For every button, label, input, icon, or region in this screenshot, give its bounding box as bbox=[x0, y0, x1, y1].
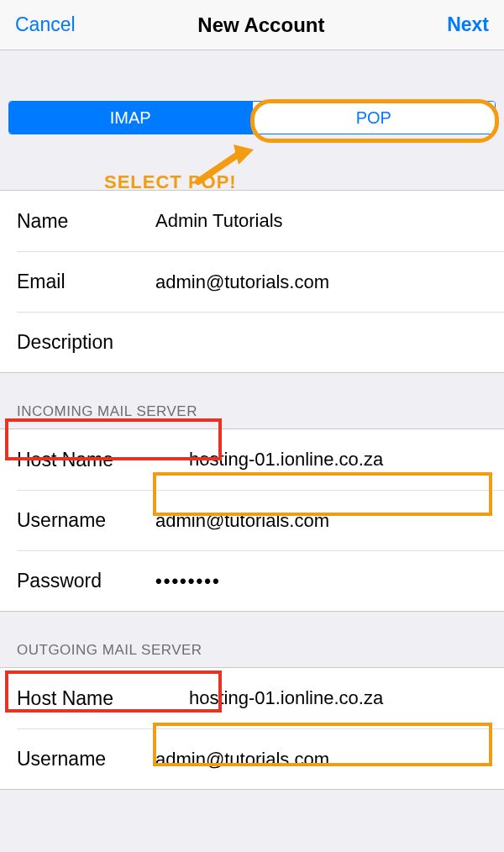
description-label: Description bbox=[17, 331, 113, 354]
next-button[interactable]: Next bbox=[447, 13, 489, 36]
email-row[interactable]: Email bbox=[17, 251, 504, 312]
incoming-host-input[interactable] bbox=[155, 449, 487, 471]
cancel-button[interactable]: Cancel bbox=[15, 13, 76, 36]
incoming-username-row[interactable]: Username bbox=[17, 490, 504, 550]
incoming-host-label: Host Name bbox=[17, 449, 155, 471]
name-row[interactable]: Name bbox=[0, 191, 504, 251]
outgoing-host-label: Host Name bbox=[17, 687, 155, 710]
incoming-host-row[interactable]: Host Name bbox=[0, 429, 504, 490]
outgoing-header: OUTGOING MAIL SERVER bbox=[0, 612, 504, 667]
name-input[interactable] bbox=[155, 210, 487, 232]
outgoing-group: Host Name Username bbox=[0, 667, 504, 790]
incoming-group: Host Name Username Password •••••••• bbox=[0, 429, 504, 612]
incoming-header: INCOMING MAIL SERVER bbox=[0, 373, 504, 429]
incoming-username-input[interactable] bbox=[155, 510, 487, 532]
protocol-segmented-control: IMAP POP bbox=[8, 101, 496, 134]
spacer bbox=[0, 141, 504, 190]
outgoing-host-row[interactable]: Host Name bbox=[0, 668, 504, 728]
email-label: Email bbox=[17, 271, 155, 293]
incoming-username-label: Username bbox=[17, 509, 155, 532]
outgoing-username-row[interactable]: Username bbox=[17, 728, 504, 789]
outgoing-username-input[interactable] bbox=[155, 749, 487, 770]
outgoing-username-label: Username bbox=[17, 748, 155, 770]
page-title: New Account bbox=[197, 13, 324, 37]
segment-imap[interactable]: IMAP bbox=[9, 102, 252, 134]
annotation-select-pop-text: SELECT POP! bbox=[104, 171, 237, 193]
account-info-group: Name Email Description bbox=[0, 190, 504, 373]
protocol-section: IMAP POP bbox=[0, 50, 504, 141]
nav-bar: Cancel New Account Next bbox=[0, 0, 504, 50]
segment-pop[interactable]: POP bbox=[252, 102, 496, 134]
description-row[interactable]: Description bbox=[17, 312, 504, 372]
incoming-password-row[interactable]: Password •••••••• bbox=[17, 550, 504, 611]
email-input[interactable] bbox=[155, 271, 487, 293]
name-label: Name bbox=[17, 210, 155, 233]
description-input[interactable] bbox=[113, 332, 487, 354]
outgoing-host-input[interactable] bbox=[155, 687, 487, 709]
incoming-password-input[interactable]: •••••••• bbox=[155, 571, 487, 592]
incoming-password-label: Password bbox=[17, 570, 155, 592]
